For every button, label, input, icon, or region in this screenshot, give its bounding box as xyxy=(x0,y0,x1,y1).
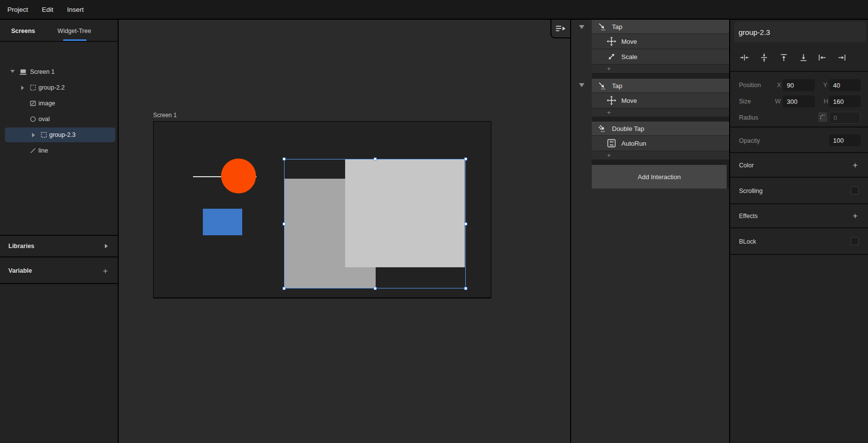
tap-icon xyxy=(597,22,607,32)
toggle-interaction-panel-button[interactable] xyxy=(550,20,570,38)
variable-section[interactable]: Variable + xyxy=(0,258,118,284)
tree-item-group-2-3[interactable]: group-2.3 xyxy=(0,127,118,142)
tab-widget-tree[interactable]: Widget-Tree xyxy=(52,20,97,42)
shape-rectangle-blue[interactable] xyxy=(203,209,242,235)
panel-collapse-icon xyxy=(555,25,566,32)
trigger-row-double-tap[interactable]: Double Tap xyxy=(592,122,729,135)
block-checkbox[interactable] xyxy=(851,237,859,245)
response-row-scale[interactable]: Scale xyxy=(592,49,729,64)
interaction-list: Tap Move Scale + xyxy=(592,20,729,189)
align-top-icon[interactable] xyxy=(779,53,788,62)
trigger-label: Double Tap xyxy=(612,125,644,132)
tree-item-line[interactable]: line xyxy=(0,143,118,158)
group-icon xyxy=(41,132,47,138)
chevron-right-icon[interactable] xyxy=(32,133,35,137)
response-label: Scale xyxy=(621,53,638,61)
size-h-input[interactable]: 160 xyxy=(829,95,861,107)
align-right-icon[interactable] xyxy=(837,53,846,62)
shape-oval-orange[interactable] xyxy=(221,158,256,193)
tree-item-oval[interactable]: oval xyxy=(0,112,118,127)
tree-item-image[interactable]: image xyxy=(0,96,118,111)
active-tab-underline xyxy=(63,39,87,41)
size-label: Size xyxy=(739,98,751,105)
add-response-button[interactable]: + xyxy=(592,151,729,159)
add-effect-button[interactable]: + xyxy=(851,212,859,220)
line-icon xyxy=(30,148,36,154)
menu-insert[interactable]: Insert xyxy=(60,0,91,19)
selection-handle-sw[interactable] xyxy=(283,287,286,290)
chevron-down-icon[interactable] xyxy=(579,25,584,29)
chevron-down-icon[interactable] xyxy=(579,83,584,87)
color-label: Color xyxy=(739,162,754,169)
trigger-row-tap-1[interactable]: Tap xyxy=(592,20,729,33)
tab-screens[interactable]: Screens xyxy=(6,20,40,42)
left-sidebar: Screens Widget-Tree Screen 1 group-2.2 xyxy=(0,20,119,443)
corner-radius-icon xyxy=(820,114,826,120)
add-response-button[interactable]: + xyxy=(592,64,729,73)
divider xyxy=(730,177,868,178)
libraries-label: Libraries xyxy=(8,243,34,250)
align-h-center-icon[interactable] xyxy=(740,53,749,62)
tree-item-label: oval xyxy=(38,116,50,123)
radius-label: Radius xyxy=(739,114,758,121)
menu-project[interactable]: Project xyxy=(0,0,35,19)
double-tap-icon xyxy=(597,124,607,133)
align-left-icon[interactable] xyxy=(818,53,827,62)
widget-tree: Screen 1 group-2.2 image oval xyxy=(0,42,118,235)
row-highlight xyxy=(5,112,115,127)
response-row-move[interactable]: Move xyxy=(592,34,729,49)
opacity-input[interactable]: 100 xyxy=(829,134,861,146)
add-interaction-button[interactable]: Add Interaction xyxy=(592,165,727,189)
tree-item-screen-1[interactable]: Screen 1 xyxy=(0,64,118,79)
move-icon xyxy=(607,95,616,105)
selection-handle-w[interactable] xyxy=(283,222,286,225)
canvas[interactable]: Screen 1 xyxy=(119,20,570,443)
selection-handle-s[interactable] xyxy=(374,287,377,290)
divider xyxy=(730,254,868,255)
selection-handle-n[interactable] xyxy=(374,158,377,160)
selection-bounds-group-2-3[interactable] xyxy=(284,159,466,288)
menu-edit[interactable]: Edit xyxy=(35,0,60,19)
tree-item-label: Screen 1 xyxy=(30,68,55,75)
add-color-button[interactable]: + xyxy=(851,161,859,169)
alignment-toolbar xyxy=(730,48,868,67)
position-x-input[interactable]: 90 xyxy=(783,79,815,91)
selection-handle-ne[interactable] xyxy=(464,158,467,160)
plus-label: + xyxy=(607,109,611,116)
scrolling-label: Scrolling xyxy=(739,188,763,194)
position-y-input[interactable]: 40 xyxy=(829,79,861,91)
selection-handle-nw[interactable] xyxy=(283,158,286,160)
autorun-icon: AU TO xyxy=(607,138,616,148)
chevron-right-icon[interactable] xyxy=(105,244,108,249)
interaction-gutter xyxy=(570,20,592,443)
scrolling-checkbox[interactable] xyxy=(851,187,859,194)
trigger-row-tap-2[interactable]: Tap xyxy=(592,79,729,93)
response-row-move[interactable]: Move xyxy=(592,93,729,108)
row-highlight xyxy=(5,143,115,158)
oval-icon xyxy=(30,116,36,122)
tap-icon xyxy=(597,81,607,91)
align-bottom-icon[interactable] xyxy=(799,53,808,62)
position-label: Position xyxy=(739,82,761,89)
selection-handle-e[interactable] xyxy=(464,222,467,225)
block-label: BLock xyxy=(739,238,756,245)
response-row-autorun[interactable]: AU TO AutoRun xyxy=(592,136,729,151)
screen-icon xyxy=(20,69,27,75)
libraries-section[interactable]: Libraries xyxy=(0,235,118,257)
chevron-right-icon[interactable] xyxy=(21,86,24,90)
radius-corner-button[interactable] xyxy=(818,112,827,122)
chevron-down-icon[interactable] xyxy=(10,70,15,73)
artboard-screen-1[interactable] xyxy=(153,121,491,298)
response-label: AutoRun xyxy=(621,140,646,147)
artboard-label[interactable]: Screen 1 xyxy=(153,112,177,119)
add-variable-button[interactable]: + xyxy=(103,267,108,275)
add-response-button[interactable]: + xyxy=(592,108,729,117)
size-w-input[interactable]: 300 xyxy=(783,95,815,107)
widget-name-field[interactable]: group-2.3 xyxy=(734,22,866,42)
effects-label: Effects xyxy=(739,213,758,220)
radius-input[interactable]: 0 xyxy=(829,112,861,124)
group-icon xyxy=(30,85,36,91)
selection-handle-se[interactable] xyxy=(464,287,467,290)
align-v-center-icon[interactable] xyxy=(760,53,769,62)
tree-item-group-2-2[interactable]: group-2.2 xyxy=(0,80,118,95)
